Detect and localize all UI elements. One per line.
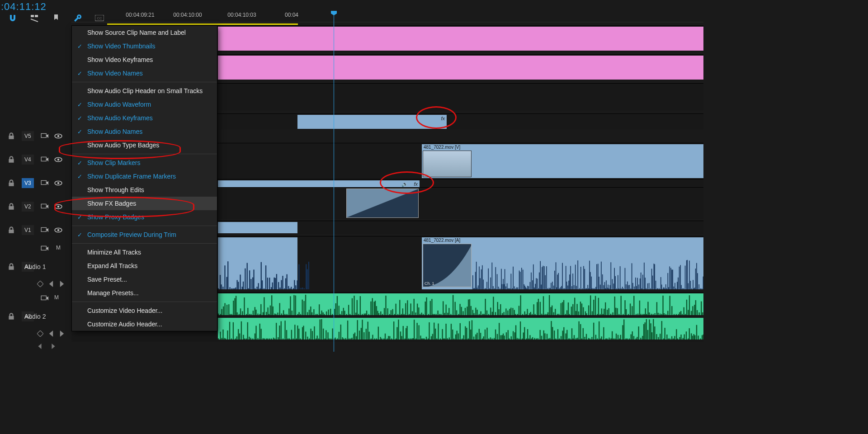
menu-item[interactable]: Customize Audio Header...	[72, 317, 217, 331]
track-label[interactable]: V5	[22, 131, 34, 141]
lock-icon[interactable]	[7, 263, 15, 271]
clip[interactable]: 🔉 fx	[218, 180, 420, 187]
menu-item[interactable]: Composite Preview During Trim	[72, 228, 217, 241]
menu-item[interactable]: Show Video Names	[72, 66, 217, 80]
lock-icon[interactable]	[7, 156, 15, 164]
track-label[interactable]: V4	[22, 155, 34, 165]
menu-item[interactable]: Show Video Thumbnails	[72, 39, 217, 53]
menu-item[interactable]: Minimize All Tracks	[72, 245, 217, 259]
toggle-track-output-icon[interactable]	[54, 179, 62, 187]
svg-rect-763	[387, 339, 387, 340]
fade-panel[interactable]	[346, 189, 419, 218]
menu-item[interactable]: Show Through Edits	[72, 183, 217, 197]
menu-item[interactable]: Customize Video Header...	[72, 304, 217, 317]
track-header-v4[interactable]: V4	[0, 148, 71, 171]
zoom-out-icon[interactable]	[37, 344, 42, 349]
menu-item[interactable]: Show Proxy Badges	[72, 210, 217, 224]
wrench-icon[interactable]	[73, 14, 82, 23]
next-keyframe-icon[interactable]	[59, 330, 65, 337]
source-patch-icon[interactable]	[41, 132, 49, 140]
menu-item[interactable]: Show Audio Keyframes	[72, 111, 217, 125]
source-patch-icon[interactable]	[41, 294, 49, 302]
mute-icon[interactable]: M	[54, 245, 62, 253]
menu-item[interactable]: Show FX Badges	[72, 197, 217, 210]
clip[interactable]: fx	[297, 115, 447, 129]
track-label[interactable]: V3	[22, 178, 34, 188]
lock-icon[interactable]	[7, 312, 15, 321]
menu-item[interactable]: Show Clip Markers	[72, 156, 217, 170]
svg-rect-666	[227, 330, 228, 340]
menu-item[interactable]: Show Audio Type Badges	[72, 138, 217, 152]
track-headers: V5 V4 V3 V2 V1	[0, 124, 71, 341]
playhead[interactable]	[334, 12, 334, 352]
lock-icon[interactable]	[7, 203, 15, 211]
svg-rect-730	[332, 329, 333, 340]
track-header-v2[interactable]: V2	[0, 195, 71, 218]
lock-icon[interactable]	[7, 179, 15, 187]
menu-item[interactable]: Show Source Clip Name and Label	[72, 26, 217, 39]
source-patch-icon[interactable]	[41, 245, 49, 253]
svg-rect-703	[289, 339, 290, 340]
clip[interactable]	[218, 222, 297, 233]
audio-clip[interactable]	[218, 237, 297, 289]
zoom-in-icon[interactable]	[51, 344, 56, 349]
menu-item[interactable]: Show Audio Waveform	[72, 98, 217, 111]
track-label[interactable]: V1	[22, 225, 34, 235]
mute-icon[interactable]: M	[54, 294, 62, 302]
svg-rect-208	[610, 285, 611, 289]
source-patch-icon[interactable]	[41, 156, 49, 164]
svg-rect-62	[281, 280, 282, 289]
svg-rect-405	[404, 314, 405, 315]
svg-rect-868	[549, 338, 550, 340]
keyframe-diamond-icon[interactable]	[37, 330, 43, 337]
snap-icon[interactable]	[8, 14, 17, 23]
link-badge: 🔉	[401, 181, 408, 187]
track-header-a2[interactable]: A2 Audio 2 M	[0, 292, 71, 341]
clip[interactable]	[218, 56, 703, 80]
menu-item[interactable]: Show Duplicate Frame Markers	[72, 170, 217, 183]
lock-icon[interactable]	[7, 132, 15, 140]
svg-rect-544	[630, 303, 631, 315]
zoom-controls[interactable]	[37, 344, 56, 349]
svg-rect-210	[612, 279, 613, 289]
svg-rect-843	[511, 336, 512, 340]
audio-clip[interactable]: 481_7022.mov [A] Ch. 1	[422, 237, 703, 289]
work-area-bar[interactable]	[107, 24, 298, 25]
menu-item[interactable]: Show Audio Names	[72, 125, 217, 138]
svg-rect-305	[239, 314, 240, 315]
source-patch-icon[interactable]	[41, 179, 49, 187]
track-header-v5[interactable]: V5	[0, 124, 71, 148]
linked-selection-icon[interactable]	[30, 14, 39, 23]
track-label[interactable]: V2	[22, 202, 34, 212]
menu-item[interactable]: Show Audio Clip Header on Small Tracks	[72, 84, 217, 98]
menu-item[interactable]: Manage Presets...	[72, 286, 217, 300]
marker-icon[interactable]	[52, 14, 61, 23]
track-header-v3[interactable]: V3	[0, 171, 71, 195]
toggle-track-output-icon[interactable]	[54, 203, 62, 211]
video-clip[interactable]: 481_7022.mov [V]	[422, 144, 703, 178]
menu-item[interactable]: Show Video Keyframes	[72, 53, 217, 66]
clip[interactable]	[218, 27, 703, 51]
svg-rect-150	[547, 288, 548, 289]
source-patch-icon[interactable]	[41, 226, 49, 234]
audio-clip[interactable]	[218, 293, 703, 315]
prev-keyframe-icon[interactable]	[48, 330, 54, 337]
toggle-track-output-icon[interactable]	[54, 156, 62, 164]
timeline-display-settings-menu[interactable]: Show Source Clip Name and LabelShow Vide…	[71, 25, 217, 331]
source-patch-icon[interactable]	[41, 203, 49, 211]
track-header-v1[interactable]: V1	[0, 218, 71, 242]
menu-item[interactable]: Expand All Tracks	[72, 259, 217, 273]
sequence-timecode[interactable]: :04:11:12	[0, 0, 47, 13]
svg-rect-884	[574, 335, 575, 340]
menu-item[interactable]: Save Preset...	[72, 273, 217, 286]
toggle-track-output-icon[interactable]	[54, 132, 62, 140]
audio-clip[interactable]	[218, 318, 703, 340]
track-header-a1[interactable]: A1 Audio 1 M	[0, 242, 71, 292]
keyframe-diamond-icon[interactable]	[37, 281, 43, 287]
time-ruler[interactable]: 00:04:09:21 00:04:10:00 00:04:10:03 00:0…	[118, 12, 703, 20]
captions-icon[interactable]: CC	[95, 14, 104, 23]
next-keyframe-icon[interactable]	[59, 281, 65, 287]
lock-icon[interactable]	[7, 226, 15, 234]
prev-keyframe-icon[interactable]	[48, 281, 54, 287]
toggle-track-output-icon[interactable]	[54, 226, 62, 234]
